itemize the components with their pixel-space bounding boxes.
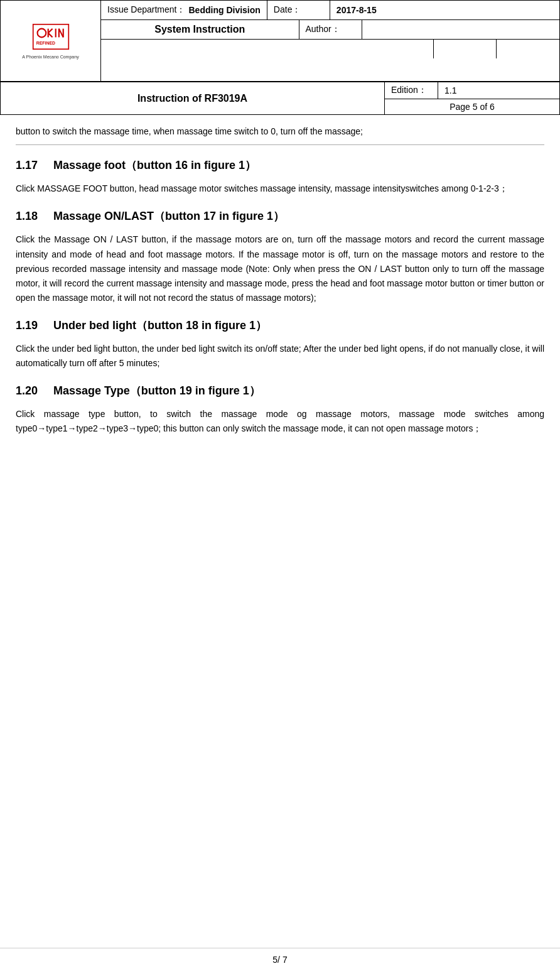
section-1-18-para: Click the Massage ON / LAST button, if t…: [16, 232, 544, 305]
date-label-cell: Date：: [267, 1, 330, 19]
header-bottom-row: Instruction of RF3019A Edition： 1.1 Page…: [1, 82, 559, 114]
section-1-19-heading: 1.19 Under bed light（button 18 in figure…: [16, 318, 544, 333]
logo-container: REFINED OKIN REFINED A Phoenix Mecano Co…: [22, 23, 78, 59]
page-value: Page 5 of 6: [385, 99, 559, 114]
section-1-17-heading: 1.17 Massage foot（button 16 in figure 1）: [16, 158, 544, 173]
header-meta: Issue Department： Bedding Division Date：…: [101, 1, 559, 81]
date-value-cell: 2017-8-15: [330, 1, 559, 19]
doc-title-cell: Instruction of RF3019A: [1, 82, 385, 114]
author-label: Author：: [306, 24, 340, 35]
section-1-20-heading: 1.20 Massage Type（button 19 in figure 1）: [16, 383, 544, 398]
extra-right: [497, 40, 559, 58]
section-1-19-body: Click the under bed light button, the un…: [16, 342, 544, 371]
section-1-18-number: 1.18: [16, 210, 38, 222]
system-instruction-cell: System Instruction: [101, 20, 299, 39]
meta-row-dept: Issue Department： Bedding Division Date：…: [101, 1, 559, 20]
intro-text: button to switch the massage time, when …: [16, 124, 544, 145]
content: button to switch the massage time, when …: [0, 115, 560, 948]
footer: 5/ 7: [0, 948, 560, 971]
header: REFINED OKIN REFINED A Phoenix Mecano Co…: [0, 0, 560, 115]
page-wrapper: REFINED OKIN REFINED A Phoenix Mecano Co…: [0, 0, 560, 971]
svg-text:REFINED: REFINED: [36, 41, 55, 45]
okin-logo-icon: REFINED: [32, 23, 70, 51]
footer-page-number: 5/ 7: [272, 955, 287, 965]
section-1-20-para: Click massage type button, to switch the…: [16, 407, 544, 436]
section-1-18: 1.18 Massage ON/LAST（button 17 in figure…: [16, 209, 544, 305]
header-top-row: REFINED OKIN REFINED A Phoenix Mecano Co…: [1, 1, 559, 82]
system-instruction-text: System Instruction: [154, 24, 245, 35]
page-row: Page 5 of 6: [385, 99, 559, 114]
date-value: 2017-8-15: [337, 5, 377, 15]
section-1-17: 1.17 Massage foot（button 16 in figure 1）…: [16, 158, 544, 196]
dept-label-cell: Issue Department： Bedding Division: [101, 1, 267, 19]
svg-point-1: [37, 29, 46, 38]
edition-value: 1.1: [438, 83, 559, 98]
section-1-18-heading: 1.18 Massage ON/LAST（button 17 in figure…: [16, 209, 544, 224]
section-1-19-para: Click the under bed light button, the un…: [16, 342, 544, 371]
section-1-18-title: Massage ON/LAST（button 17 in figure 1）: [53, 210, 284, 222]
section-1-19-title: Under bed light（button 18 in figure 1）: [53, 319, 267, 332]
meta-row-system: System Instruction Author：: [101, 20, 559, 40]
section-1-18-body: Click the Massage ON / LAST button, if t…: [16, 232, 544, 305]
section-1-20-title: Massage Type（button 19 in figure 1）: [53, 384, 261, 397]
issue-dept-label: Issue Department：: [107, 4, 186, 16]
section-1-17-para: Click MASSAGE FOOT button, head massage …: [16, 182, 544, 196]
meta-row-extra: [101, 40, 559, 58]
section-1-20: 1.20 Massage Type（button 19 in figure 1）…: [16, 383, 544, 436]
edition-label: Edition：: [385, 82, 438, 99]
section-1-17-body: Click MASSAGE FOOT button, head massage …: [16, 182, 544, 196]
author-label-cell: Author：: [299, 20, 362, 39]
logo-box: REFINED OKIN REFINED A Phoenix Mecano Co…: [1, 1, 101, 81]
section-1-19: 1.19 Under bed light（button 18 in figure…: [16, 318, 544, 371]
doc-title: Instruction of RF3019A: [137, 93, 247, 104]
date-label: Date：: [274, 4, 301, 16]
section-1-20-number: 1.20: [16, 384, 38, 397]
logo-subtext: A Phoenix Mecano Company: [22, 55, 78, 59]
edition-row: Edition： 1.1: [385, 82, 559, 99]
section-1-17-number: 1.17: [16, 159, 38, 171]
section-1-17-title: Massage foot（button 16 in figure 1）: [53, 159, 256, 171]
issue-dept-value: Bedding Division: [189, 5, 261, 15]
author-value-cell: [362, 20, 560, 39]
extra-left: [101, 40, 434, 58]
extra-mid: [434, 40, 497, 58]
section-1-20-body: Click massage type button, to switch the…: [16, 407, 544, 436]
section-1-19-number: 1.19: [16, 319, 38, 332]
edition-page-box: Edition： 1.1 Page 5 of 6: [385, 82, 559, 114]
